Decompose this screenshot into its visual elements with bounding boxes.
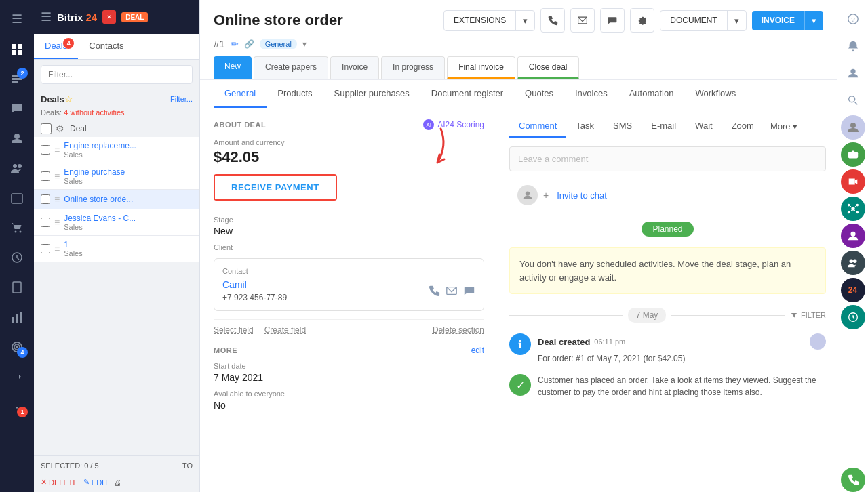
green-camera-btn[interactable] (841, 142, 865, 167)
tab-automation[interactable]: Automation (618, 80, 685, 108)
sidebar-users-icon[interactable] (3, 155, 31, 182)
drag-handle-icon[interactable]: ≡ (54, 144, 60, 155)
activity-tab-email[interactable]: E-mail (642, 115, 686, 138)
sidebar-chat-icon[interactable] (3, 95, 31, 122)
user-avatar-btn[interactable] (841, 115, 865, 140)
comment-input[interactable]: Leave a comment (509, 146, 826, 171)
deal-checkbox-3[interactable] (41, 194, 50, 204)
tab-quotes[interactable]: Quotes (514, 80, 564, 108)
deal-name-3[interactable]: Online store orde... (64, 194, 193, 204)
activity-tab-task[interactable]: Task (566, 115, 604, 138)
document-dropdown-icon[interactable]: ▾ (727, 11, 746, 30)
deal-name-1[interactable]: Engine replaceme... (64, 141, 193, 150)
deal-checkbox-1[interactable] (41, 145, 50, 155)
tab-workflows[interactable]: Workflows (684, 80, 747, 108)
extensions-label[interactable]: EXTENSIONS (444, 11, 515, 30)
sidebar-expand-icon[interactable]: 1 (3, 393, 31, 420)
crm-tab-deals[interactable]: Deals 4 (34, 34, 78, 59)
bitrix24-badge-btn[interactable]: 24 (841, 278, 865, 302)
activity-tab-more[interactable]: More ▾ (764, 116, 804, 137)
sidebar-crm-icon[interactable] (3, 35, 31, 62)
crm-deal-row-3[interactable]: ≡ Online store orde... (34, 190, 199, 209)
deal-checkbox-4[interactable] (41, 218, 50, 227)
sidebar-contacts-icon[interactable] (3, 125, 31, 152)
deal-checkbox-2[interactable] (41, 171, 50, 181)
teal-icon-btn[interactable] (841, 197, 865, 221)
deal-name-2[interactable]: Engine purchase (64, 167, 193, 177)
general-tag[interactable]: General (260, 39, 297, 49)
edit-deal-icon[interactable]: ✏ (231, 39, 239, 49)
crm-deal-row-5[interactable]: ≡ 1 Sales (34, 236, 199, 262)
contact-name[interactable]: Camil (222, 279, 287, 290)
activity-filter-btn[interactable]: FILTER (790, 311, 826, 319)
invoice-button[interactable]: INVOICE ▾ (752, 11, 823, 30)
red-camera-btn[interactable] (841, 169, 865, 194)
stage-tab-final-invoice[interactable]: Final invoice (447, 56, 515, 79)
receive-payment-button[interactable]: RECEIVE PAYMENT (215, 176, 336, 199)
activity-tab-comment[interactable]: Comment (509, 115, 566, 138)
deal-name-5[interactable]: 1 (64, 240, 193, 249)
sidebar-check-icon[interactable]: 2 (3, 65, 31, 92)
create-field-link[interactable]: Create field (264, 325, 306, 335)
settings-button[interactable] (630, 8, 654, 33)
activity-tab-sms[interactable]: SMS (604, 115, 642, 138)
sidebar-clock-icon[interactable] (3, 244, 31, 271)
without-activities-link[interactable]: 4 without activities (64, 108, 124, 117)
header-menu-icon[interactable]: ☰ (41, 9, 52, 24)
close-deal-badge[interactable]: × (102, 10, 116, 24)
extensions-button[interactable]: EXTENSIONS ▾ (443, 10, 535, 31)
print-btn[interactable]: 🖨 (114, 478, 121, 487)
link-deal-icon[interactable]: 🔗 (244, 39, 254, 49)
general-dropdown-icon[interactable]: ▾ (302, 39, 307, 49)
invoice-dropdown-icon[interactable]: ▾ (804, 11, 823, 30)
tab-supplier-purchases[interactable]: Supplier purchases (323, 80, 420, 108)
sidebar-transfer-icon[interactable] (3, 363, 31, 390)
document-label[interactable]: DOCUMENT (660, 11, 726, 30)
ai24-scoring[interactable]: AI AI24 Scoring (423, 119, 484, 130)
drag-handle-icon-5[interactable]: ≡ (54, 243, 60, 254)
crm-star-icon[interactable]: ☆ (64, 94, 73, 104)
crm-deal-row-4[interactable]: ≡ Jessica Evans - C... Sales (34, 209, 199, 236)
deal-checkbox-5[interactable] (41, 244, 50, 253)
drag-handle-icon-4[interactable]: ≡ (54, 217, 60, 228)
sidebar-docs-icon[interactable] (3, 274, 31, 301)
select-all-checkbox[interactable] (41, 123, 52, 134)
teal2-icon-btn[interactable] (841, 305, 865, 329)
delete-section-link[interactable]: Delete section (433, 325, 484, 335)
crm-deal-row[interactable]: ≡ Engine replaceme... Sales (34, 137, 199, 163)
activity-tab-wait[interactable]: Wait (686, 115, 722, 138)
invoice-label[interactable]: INVOICE (752, 11, 804, 30)
help-icon-btn[interactable]: ? (841, 7, 865, 31)
stage-tab-in-progress[interactable]: In progress (381, 56, 445, 79)
contact-mail-icon[interactable] (446, 285, 458, 300)
mail-button[interactable] (570, 8, 595, 33)
stage-tab-create-papers[interactable]: Create papers (254, 56, 328, 79)
group-avatar-btn[interactable] (841, 251, 865, 275)
document-button[interactable]: DOCUMENT ▾ (660, 10, 746, 31)
delete-btn[interactable]: ✕ DELETE (41, 478, 78, 487)
edit-btn[interactable]: ✎ EDIT (83, 478, 108, 487)
contact-chat-icon[interactable] (463, 285, 475, 300)
select-field-link[interactable]: Select field (214, 325, 254, 335)
search-icon-btn[interactable] (841, 88, 865, 112)
tab-products[interactable]: Products (267, 80, 323, 108)
tab-document-register[interactable]: Document register (420, 80, 514, 108)
drag-handle-icon-2[interactable]: ≡ (54, 171, 60, 182)
chat-button[interactable] (600, 8, 625, 33)
crm-deal-row-2[interactable]: ≡ Engine purchase Sales (34, 163, 199, 190)
crm-tab-contacts[interactable]: Contacts (78, 34, 134, 59)
drag-handle-icon-3[interactable]: ≡ (54, 194, 60, 205)
phone-button[interactable] (540, 8, 565, 33)
crm-search-input[interactable] (41, 65, 193, 84)
sidebar-calendar-icon[interactable] (3, 184, 31, 211)
tab-general[interactable]: General (214, 80, 267, 108)
deal-name-4[interactable]: Jessica Evans - C... (64, 213, 193, 223)
green-call-btn[interactable] (841, 468, 865, 492)
contacts-icon-btn[interactable] (841, 61, 865, 85)
extensions-dropdown-icon[interactable]: ▾ (515, 11, 534, 30)
sidebar-chart-icon[interactable] (3, 304, 31, 331)
contact-phone-icon[interactable] (428, 285, 440, 300)
sidebar-menu-icon[interactable]: ☰ (3, 5, 31, 33)
invite-to-chat[interactable]: + Invite to chat (509, 180, 826, 211)
sidebar-target-icon[interactable]: 4 (3, 333, 31, 361)
